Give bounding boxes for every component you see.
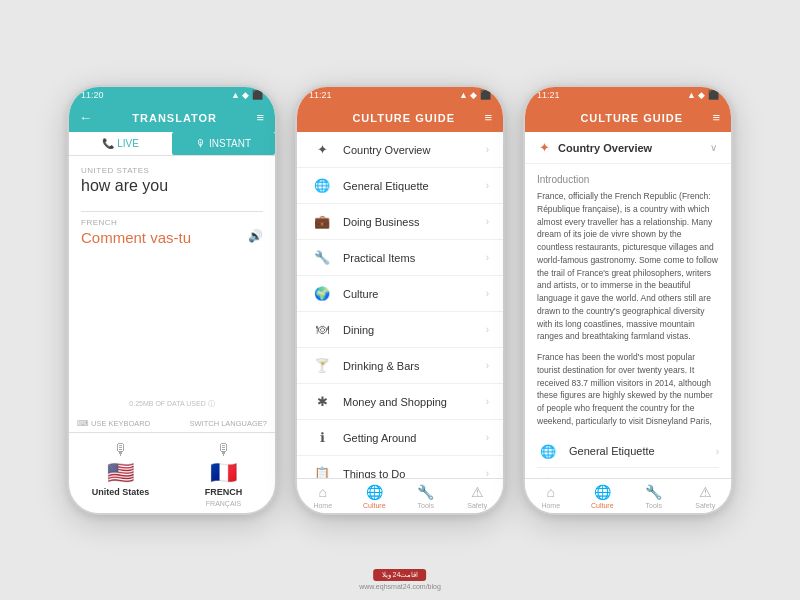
- lang-to[interactable]: 🎙 🇫🇷 FRENCH FRANÇAIS: [172, 441, 275, 507]
- menu-item-country-overview[interactable]: ✦ Country Overview ›: [297, 132, 503, 168]
- translator-content: UNITED STATES how are you FRENCH Comment…: [69, 156, 275, 419]
- tools-label-2: Tools: [418, 502, 434, 509]
- translator-inner: UNITED STATES how are you FRENCH Comment…: [69, 156, 275, 513]
- lang-to-name: FRENCH: [205, 487, 243, 497]
- country-overview-icon: ✦: [311, 142, 333, 157]
- lang-from[interactable]: 🎙 🇺🇸 United States: [69, 441, 172, 507]
- home-icon-3: ⌂: [547, 484, 555, 500]
- status-bar-2: 11:21 ▲ ◆ ⬛: [297, 87, 503, 103]
- sub-chevron-1: ›: [716, 446, 719, 457]
- flag-fr: 🇫🇷: [210, 462, 237, 484]
- safety-label-2: Safety: [467, 502, 487, 509]
- lang-selector: 🎙 🇺🇸 United States 🎙 🇫🇷 FRENCH FRANÇAIS: [69, 432, 275, 513]
- lang-from-name: United States: [92, 487, 150, 497]
- keyboard-icon: ⌨: [77, 419, 89, 428]
- getting-around-label: Getting Around: [343, 432, 486, 444]
- mic-right-icon: 🎙: [216, 441, 232, 459]
- mic-left-icon: 🎙: [113, 441, 129, 459]
- nav-culture-3[interactable]: 🌐 Culture: [577, 484, 629, 509]
- etiquette-label: General Etiquette: [343, 180, 486, 192]
- bottom-nav-3: ⌂ Home 🌐 Culture 🔧 Tools ⚠ Safety: [525, 478, 731, 513]
- time-1: 11:20: [81, 90, 104, 100]
- menu-item-things-to-do[interactable]: 📋 Things to Do ›: [297, 456, 503, 478]
- chevron-2: ›: [486, 180, 489, 191]
- time-2: 11:21: [309, 90, 332, 100]
- status-icons-3: ▲ ◆ ⬛: [687, 90, 719, 100]
- things-label: Things to Do: [343, 468, 486, 479]
- status-icons-1: ▲ ◆ ⬛: [231, 90, 263, 100]
- intro-heading: Introduction: [537, 174, 719, 185]
- nav-home-2[interactable]: ⌂ Home: [297, 484, 349, 509]
- chevron-3: ›: [486, 216, 489, 227]
- tab-instant-label: INSTANT: [209, 138, 251, 149]
- sub-section-business[interactable]: 💼 Doing Business ›: [537, 468, 719, 479]
- menu-item-business[interactable]: 💼 Doing Business ›: [297, 204, 503, 240]
- practical-label: Practical Items: [343, 252, 486, 264]
- tab-instant[interactable]: 🎙 INSTANT: [172, 132, 275, 155]
- culture-guide-menu-phone: 11:21 ▲ ◆ ⬛ CULTURE GUIDE ≡ ✦ Country Ov…: [295, 85, 505, 515]
- detail-content: Introduction France, officially the Fren…: [525, 164, 731, 478]
- culture-nav-label-3: Culture: [591, 502, 614, 509]
- translator-title: TRANSLATOR: [93, 112, 256, 124]
- safety-label-3: Safety: [695, 502, 715, 509]
- country-overview-chevron: ∨: [710, 142, 717, 153]
- menu-item-dining[interactable]: 🍽 Dining ›: [297, 312, 503, 348]
- home-label-3: Home: [541, 502, 560, 509]
- shopping-label: Money and Shopping: [343, 396, 486, 408]
- menu-icon-1[interactable]: ≡: [256, 110, 265, 125]
- safety-icon-2: ⚠: [471, 484, 484, 500]
- menu-item-bars[interactable]: 🍸 Drinking & Bars ›: [297, 348, 503, 384]
- source-text[interactable]: how are you: [81, 177, 263, 195]
- culture-guide-detail-phone: 11:21 ▲ ◆ ⬛ CULTURE GUIDE ≡ ✦ Country Ov…: [523, 85, 733, 515]
- menu-item-culture[interactable]: 🌍 Culture ›: [297, 276, 503, 312]
- menu-item-getting-around[interactable]: ℹ Getting Around ›: [297, 420, 503, 456]
- culture-nav-label-2: Culture: [363, 502, 386, 509]
- chevron-10: ›: [486, 468, 489, 478]
- culture-label: Culture: [343, 288, 486, 300]
- culture-header-3: CULTURE GUIDE ≡: [525, 103, 731, 132]
- translator-phone: 11:20 ▲ ◆ ⬛ ← TRANSLATOR ≡ 📞 LIVE 🎙 INST…: [67, 85, 277, 515]
- bars-icon: 🍸: [311, 358, 333, 373]
- tab-live-label: LIVE: [117, 138, 139, 149]
- status-icons-2: ▲ ◆ ⬛: [459, 90, 491, 100]
- things-icon: 📋: [311, 466, 333, 478]
- dining-icon: 🍽: [311, 322, 333, 337]
- source-lang-label: UNITED STATES: [81, 166, 263, 175]
- translator-header: ← TRANSLATOR ≡: [69, 103, 275, 132]
- home-label-2: Home: [313, 502, 332, 509]
- menu-item-practical[interactable]: 🔧 Practical Items ›: [297, 240, 503, 276]
- culture-title-2: CULTURE GUIDE: [323, 112, 484, 124]
- nav-safety-2[interactable]: ⚠ Safety: [452, 484, 504, 509]
- menu-item-shopping[interactable]: ✱ Money and Shopping ›: [297, 384, 503, 420]
- nav-tools-2[interactable]: 🔧 Tools: [400, 484, 452, 509]
- country-overview-label: Country Overview: [343, 144, 486, 156]
- culture-icon: 🌍: [311, 286, 333, 301]
- translated-text: Comment vas-tu 🔊: [81, 229, 263, 246]
- switch-label[interactable]: SWITCH LANGUAGE?: [189, 419, 267, 428]
- back-icon[interactable]: ←: [79, 110, 93, 125]
- sound-icon[interactable]: 🔊: [248, 229, 263, 243]
- logo-badge: اقامت24 ویلا: [374, 569, 427, 581]
- chevron-7: ›: [486, 360, 489, 371]
- country-overview-section-icon: ✦: [539, 140, 550, 155]
- nav-tools-3[interactable]: 🔧 Tools: [628, 484, 680, 509]
- section-header-country[interactable]: ✦ Country Overview ∨: [525, 132, 731, 164]
- tab-live[interactable]: 📞 LIVE: [69, 132, 172, 155]
- sub-etiquette-label: General Etiquette: [569, 445, 716, 457]
- nav-culture-2[interactable]: 🌐 Culture: [349, 484, 401, 509]
- sub-section-etiquette[interactable]: 🌐 General Etiquette ›: [537, 436, 719, 468]
- menu-icon-2[interactable]: ≡: [484, 110, 493, 125]
- chevron-1: ›: [486, 144, 489, 155]
- nav-home-3[interactable]: ⌂ Home: [525, 484, 577, 509]
- target-lang-label: FRENCH: [81, 218, 263, 227]
- time-3: 11:21: [537, 90, 560, 100]
- getting-around-icon: ℹ: [311, 430, 333, 445]
- menu-item-etiquette[interactable]: 🌐 General Etiquette ›: [297, 168, 503, 204]
- culture-nav-icon-2: 🌐: [366, 484, 383, 500]
- bottom-nav-2: ⌂ Home 🌐 Culture 🔧 Tools ⚠ Safety: [297, 478, 503, 513]
- nav-safety-3[interactable]: ⚠ Safety: [680, 484, 732, 509]
- phone-icon: 📞: [102, 138, 114, 149]
- keyboard-label[interactable]: ⌨ USE KEYBOARD: [77, 419, 150, 428]
- menu-icon-3[interactable]: ≡: [712, 110, 721, 125]
- keyboard-switch-row: ⌨ USE KEYBOARD SWITCH LANGUAGE?: [69, 419, 275, 428]
